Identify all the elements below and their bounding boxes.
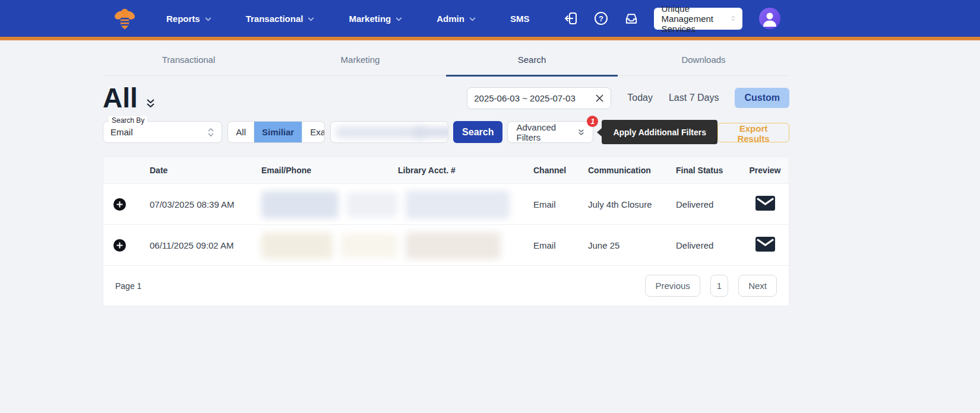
inbox-icon[interactable] [624, 11, 638, 26]
nav-item-marketing[interactable]: Marketing [349, 14, 402, 24]
advanced-filters-button[interactable]: Advanced Filters 1 [507, 121, 593, 143]
tab-label: Downloads [681, 55, 725, 65]
col-email-phone: Email/Phone [255, 166, 392, 175]
tab-marketing[interactable]: Marketing [274, 43, 446, 75]
tab-downloads[interactable]: Downloads [618, 43, 789, 75]
title-row: All Today Last 7 Days Custom [103, 84, 789, 112]
envelope-icon[interactable] [755, 196, 775, 212]
nav-item-sms[interactable]: SMS [510, 14, 530, 24]
updown-caret-icon [731, 14, 735, 23]
search-button[interactable]: Search [453, 121, 502, 143]
tooltip-text: Apply Additional Filters [613, 128, 706, 137]
mode-label: Exact [310, 127, 325, 137]
redacted-text-blur [336, 126, 425, 138]
chevron-down-icon [469, 17, 476, 21]
export-results-button[interactable]: Export Results [717, 123, 789, 142]
nav-item-admin[interactable]: Admin [437, 14, 476, 24]
navbar-icon-group: ? [564, 11, 638, 26]
apply-filters-tooltip: Apply Additional Filters [602, 120, 717, 144]
redacted-pii-blur [255, 227, 517, 263]
cell-preview [741, 237, 789, 253]
cell-channel: Email [527, 199, 582, 209]
chevron-double-down-icon[interactable] [146, 99, 155, 110]
table-header-row: Date Email/Phone Library Acct. # Channel… [103, 157, 789, 183]
nav-item-label: Marketing [349, 14, 391, 24]
filter-row: Search By Email All Similiar Exact Searc… [103, 121, 789, 144]
cell-date: 06/11/2025 09:02 AM [144, 240, 255, 250]
col-channel: Channel [527, 166, 582, 175]
cell-preview [741, 196, 789, 212]
tab-search[interactable]: Search [446, 43, 618, 75]
nav-item-label: Reports [166, 14, 200, 24]
col-library-acct: Library Acct. # [392, 166, 527, 175]
organization-selector-value: Unique Management Services [661, 4, 731, 34]
date-filter-group: Today Last 7 Days Custom [467, 87, 789, 109]
tab-label: Transactional [162, 55, 216, 65]
accent-divider [0, 37, 980, 40]
results-table: Date Email/Phone Library Acct. # Channel… [103, 157, 789, 306]
match-mode-segmented: All Similiar Exact [227, 121, 325, 143]
mode-label: All [236, 127, 246, 137]
search-by-label: Search By [109, 116, 147, 125]
pagination-buttons: Previous 1 Next [645, 275, 777, 297]
tab-transactional[interactable]: Transactional [103, 43, 274, 75]
col-preview: Preview [741, 166, 789, 175]
nav-item-label: Transactional [246, 14, 304, 24]
page-label: Page 1 [115, 281, 141, 291]
search-term-input[interactable] [330, 121, 448, 143]
mode-similiar-button[interactable]: Similiar [254, 122, 302, 142]
pagination-bar: Page 1 Previous 1 Next [103, 265, 789, 306]
advanced-filters-label: Advanced Filters [516, 122, 573, 142]
cell-channel: Email [527, 240, 582, 250]
report-tabs: Transactional Marketing Search Downloads [103, 43, 789, 76]
envelope-icon[interactable] [755, 237, 775, 253]
organization-selector[interactable]: Unique Management Services [654, 8, 742, 30]
filter-count-badge: 1 [587, 116, 598, 127]
nav-item-transactional[interactable]: Transactional [246, 14, 315, 24]
cell-final-status: Delivered [670, 199, 741, 209]
preset-last7-button[interactable]: Last 7 Days [669, 93, 719, 103]
page-title: All [103, 84, 138, 112]
chevron-down-icon [308, 17, 314, 21]
search-by-value: Email [110, 127, 133, 137]
preset-today-button[interactable]: Today [627, 93, 653, 103]
bee-logo-icon[interactable] [114, 7, 135, 30]
cell-communication: June 25 [582, 240, 670, 250]
search-by-select[interactable]: Search By Email [103, 121, 222, 143]
top-navbar: Reports Transactional Marketing Admin SM… [0, 0, 980, 37]
clear-date-icon[interactable] [595, 94, 604, 103]
redacted-pii-blur [255, 186, 517, 223]
chevron-down-icon [205, 17, 211, 21]
preset-custom-button[interactable]: Custom [735, 88, 789, 108]
chevron-double-down-icon [578, 128, 584, 136]
updown-caret-icon [207, 128, 214, 137]
table-row: 07/03/2025 08:39 AM Email July 4th Closu… [103, 183, 789, 224]
previous-page-button[interactable]: Previous [645, 275, 700, 297]
date-range-input[interactable] [474, 93, 595, 103]
user-avatar[interactable] [759, 8, 780, 29]
expand-row-button[interactable] [113, 198, 127, 211]
cell-final-status: Delivered [670, 240, 741, 250]
nav-item-label: SMS [510, 14, 530, 24]
next-page-button[interactable]: Next [738, 275, 777, 297]
expand-row-button[interactable] [113, 239, 127, 252]
chevron-down-icon [396, 17, 402, 21]
mode-exact-button[interactable]: Exact [302, 122, 325, 142]
mode-label: Similiar [262, 127, 294, 137]
app-window: Reports Transactional Marketing Admin SM… [0, 0, 980, 413]
date-range-input-wrap [467, 87, 611, 109]
mode-all-button[interactable]: All [228, 122, 254, 142]
col-final-status: Final Status [670, 166, 741, 175]
nav-item-reports[interactable]: Reports [166, 14, 211, 24]
cell-date: 07/03/2025 08:39 AM [144, 199, 255, 209]
table-row: 06/11/2025 09:02 AM Email June 25 Delive… [103, 224, 789, 265]
tab-label: Search [518, 55, 546, 65]
redacted-text-blur [414, 127, 448, 138]
tab-label: Marketing [341, 55, 380, 65]
cell-communication: July 4th Closure [582, 199, 670, 209]
col-communication: Communication [582, 166, 670, 175]
page-number-button[interactable]: 1 [710, 275, 728, 297]
col-date: Date [144, 166, 255, 175]
sign-in-icon[interactable] [564, 11, 578, 26]
help-icon[interactable]: ? [594, 11, 608, 26]
